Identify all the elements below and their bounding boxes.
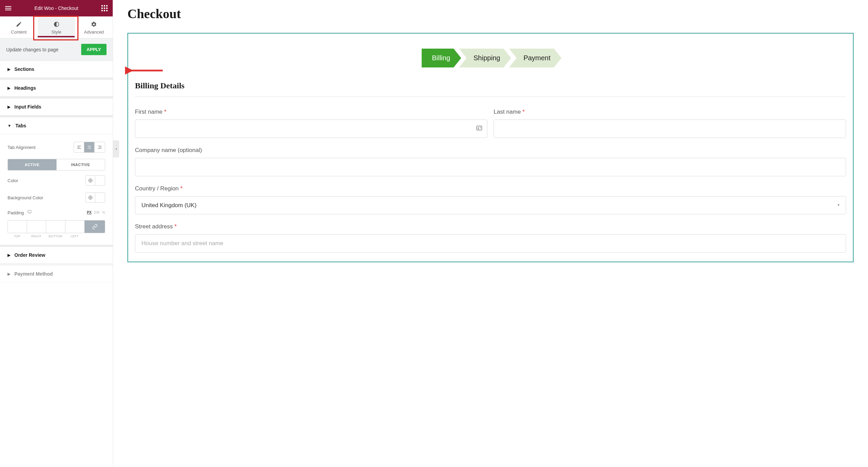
state-toggle: ACTIVE INACTIVE	[8, 159, 105, 171]
globe-icon[interactable]	[86, 176, 95, 185]
svg-rect-8	[106, 10, 108, 11]
section-tabs-label: Tabs	[15, 123, 26, 128]
collapse-sidebar-button[interactable]	[113, 140, 119, 157]
update-bar: Update changes to page APPLY	[0, 38, 113, 61]
svg-point-14	[478, 127, 479, 128]
country-select[interactable]: United Kingdom (UK)	[135, 196, 846, 214]
tab-alignment-label: Tab Alignment	[8, 145, 36, 150]
svg-rect-0	[101, 5, 103, 7]
tab-style-label: Style	[51, 29, 61, 35]
preview-canvas: Checkout Billing Shipping Payment Billin…	[113, 0, 868, 467]
section-input-fields[interactable]: ▶ Input Fields	[0, 97, 113, 115]
padding-side-labels: TOP RIGHT BOTTOM LEFT	[8, 233, 105, 238]
company-label: Company name (optional)	[135, 147, 846, 154]
svg-rect-5	[106, 8, 108, 9]
section-order-review-label: Order Review	[14, 252, 45, 258]
state-inactive-button[interactable]: INACTIVE	[57, 159, 105, 170]
caret-right-icon: ▶	[8, 86, 10, 90]
step-shipping[interactable]: Shipping	[459, 49, 511, 67]
state-active-button[interactable]: ACTIVE	[8, 159, 57, 170]
checkout-widget: Billing Shipping Payment Billing Details…	[127, 33, 854, 262]
unit-switch: PX EM %	[87, 211, 105, 214]
desktop-icon[interactable]	[25, 210, 32, 215]
svg-rect-4	[104, 8, 105, 9]
tab-advanced-label: Advanced	[84, 29, 104, 35]
tab-style[interactable]: Style	[38, 16, 75, 38]
padding-left-input[interactable]	[65, 220, 85, 233]
svg-rect-3	[101, 8, 103, 9]
caret-right-icon: ▶	[8, 253, 10, 257]
sidebar-scroll: ▶ Sections ▶ Headings ▶ Input Fields ▼ T…	[0, 61, 113, 467]
company-input[interactable]	[135, 158, 846, 176]
align-right-button[interactable]	[95, 142, 105, 152]
unit-px[interactable]: PX	[87, 211, 91, 214]
first-name-input[interactable]	[135, 119, 487, 138]
last-name-input[interactable]	[494, 119, 846, 138]
link-values-button[interactable]	[85, 220, 105, 233]
sidebar-title: Edit Woo - Checkout	[34, 5, 78, 11]
step-billing[interactable]: Billing	[422, 49, 461, 67]
align-center-button[interactable]	[84, 142, 95, 152]
color-label: Color	[8, 178, 18, 183]
color-control[interactable]	[85, 175, 105, 186]
checkout-steps: Billing Shipping Payment	[131, 49, 850, 67]
unit-pct[interactable]: %	[102, 211, 105, 214]
editor-sidebar: Edit Woo - Checkout Content Style Advanc…	[0, 0, 113, 467]
svg-rect-1	[104, 5, 105, 7]
color-swatch[interactable]	[95, 176, 105, 185]
globe-icon[interactable]	[86, 193, 95, 202]
caret-right-icon: ▶	[8, 105, 10, 109]
section-headings[interactable]: ▶ Headings	[0, 78, 113, 97]
align-left-button[interactable]	[74, 142, 84, 152]
svg-rect-13	[477, 126, 482, 130]
svg-rect-2	[106, 5, 108, 7]
section-tabs[interactable]: ▼ Tabs	[0, 115, 113, 134]
section-input-fields-label: Input Fields	[14, 104, 41, 110]
tab-content-label: Content	[11, 29, 27, 35]
label-left: LEFT	[65, 233, 84, 238]
page-title: Checkout	[127, 0, 854, 33]
contact-card-icon	[476, 125, 483, 133]
section-payment-method[interactable]: ▶ Payment Method	[0, 264, 113, 282]
section-payment-method-label: Payment Method	[14, 271, 53, 277]
street-label: Street address *	[135, 223, 846, 230]
bgcolor-swatch[interactable]	[95, 193, 105, 202]
label-top: TOP	[8, 233, 27, 238]
caret-right-icon: ▶	[8, 272, 10, 276]
apps-grid-icon[interactable]	[100, 4, 109, 12]
section-sections-label: Sections	[14, 66, 34, 72]
tab-advanced[interactable]: Advanced	[75, 16, 113, 38]
section-sections[interactable]: ▶ Sections	[0, 61, 113, 78]
label-bottom: BOTTOM	[46, 233, 65, 238]
section-tabs-body: Tab Alignment ACTIVE INACTIVE Color	[0, 134, 113, 245]
padding-right-input[interactable]	[27, 220, 46, 233]
svg-rect-6	[101, 10, 103, 11]
svg-rect-7	[104, 10, 105, 11]
editor-tabs: Content Style Advanced	[0, 16, 113, 38]
padding-label: Padding	[8, 210, 32, 215]
caret-down-icon: ▼	[8, 124, 11, 128]
padding-bottom-input[interactable]	[46, 220, 65, 233]
tab-content[interactable]: Content	[0, 16, 38, 38]
first-name-label: First name *	[135, 109, 487, 115]
step-payment[interactable]: Payment	[509, 49, 561, 67]
alignment-group	[74, 142, 105, 153]
section-order-review[interactable]: ▶ Order Review	[0, 245, 113, 264]
update-label: Update changes to page	[6, 47, 59, 52]
padding-inputs	[8, 220, 105, 233]
bgcolor-control[interactable]	[85, 192, 105, 203]
country-label: Country / Region *	[135, 185, 846, 192]
apply-button[interactable]: APPLY	[81, 44, 107, 55]
label-right: RIGHT	[27, 233, 46, 238]
billing-heading: Billing Details	[135, 81, 846, 97]
sidebar-header: Edit Woo - Checkout	[0, 0, 113, 16]
bgcolor-label: Background Color	[8, 195, 43, 200]
billing-section: Billing Details First name * Last name *…	[131, 81, 850, 253]
section-headings-label: Headings	[14, 85, 36, 91]
padding-top-input[interactable]	[8, 220, 27, 233]
unit-em[interactable]: EM	[94, 211, 99, 214]
caret-right-icon: ▶	[8, 67, 10, 72]
menu-icon[interactable]	[4, 4, 12, 12]
tab-active-underline	[38, 36, 75, 37]
street-input[interactable]	[135, 234, 846, 253]
